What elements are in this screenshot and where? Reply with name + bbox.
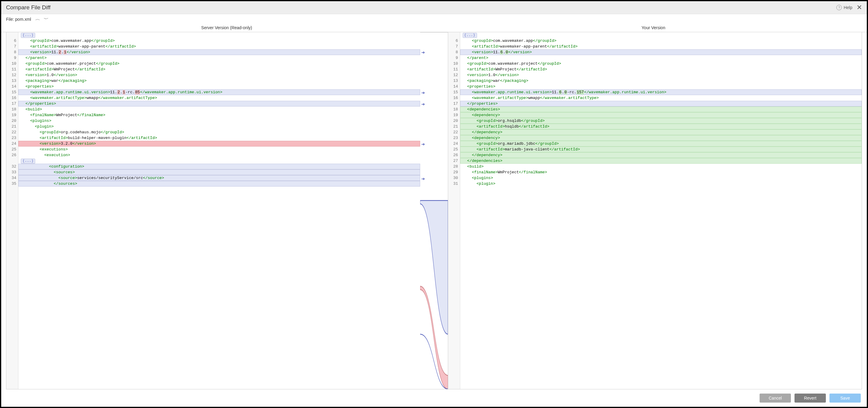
columns-header: Server Version (Read-only) Your Version	[1, 24, 867, 32]
code-line[interactable]: <wavemaker.app.runtime.ui.version>11.2.1…	[19, 89, 420, 95]
code-line[interactable]: <groupId>com.wavemaker.app</groupId>	[460, 38, 862, 44]
code-line[interactable]: <groupId>org.codehaus.mojo</groupId>	[19, 129, 420, 135]
merge-arrow-icon[interactable]: ➔	[421, 176, 425, 181]
code-line[interactable]: <artifactId>WmProject</artifactId>	[19, 67, 420, 72]
code-line[interactable]: <dependency>	[460, 112, 862, 118]
code-line[interactable]: <plugin>	[460, 181, 862, 186]
code-line[interactable]: </dependency>	[460, 129, 862, 135]
code-line[interactable]: (...)	[460, 32, 862, 38]
code-line[interactable]: </parent>	[460, 55, 862, 61]
right-gutter: 6789101112131415161718192021222324252627…	[448, 32, 460, 389]
code-line[interactable]: <groupId>org.mariadb.jdbc</groupId>	[460, 141, 862, 146]
code-line[interactable]: </properties>	[460, 101, 862, 106]
right-pane[interactable]: 6789101112131415161718192021222324252627…	[448, 32, 862, 389]
code-line[interactable]: <plugin>	[19, 124, 420, 129]
fold-badge[interactable]: (...)	[21, 159, 35, 164]
code-line[interactable]: <build>	[460, 164, 862, 169]
code-line[interactable]: (...)	[19, 158, 420, 164]
left-gutter: 6789101112131415161718192021222324252632…	[6, 32, 19, 389]
merge-arrow-icon[interactable]: ➔	[421, 50, 425, 55]
code-line[interactable]: <groupId>com.wavemaker.project</groupId>	[460, 61, 862, 67]
file-label: File: pom.xml	[6, 17, 31, 22]
code-line[interactable]: <execution>	[19, 152, 420, 158]
merge-arrow-icon[interactable]: ➔	[421, 102, 425, 106]
save-button[interactable]: Save	[830, 394, 861, 403]
code-line[interactable]: <groupId>org.hsqldb</groupId>	[460, 118, 862, 124]
code-line[interactable]: <dependencies>	[460, 106, 862, 112]
code-line[interactable]: <artifactId>mariadb-java-client</artifac…	[460, 146, 862, 152]
code-line[interactable]: </sources>	[19, 181, 420, 186]
help-link[interactable]: ? Help	[836, 5, 852, 10]
file-toolbar: File: pom.xml ︿ ﹀	[1, 14, 867, 24]
left-pane[interactable]: 6789101112131415161718192021222324252632…	[6, 32, 420, 389]
code-line[interactable]: (...)	[19, 32, 420, 38]
code-line[interactable]: </parent>	[19, 55, 420, 61]
next-change-icon[interactable]: ﹀	[44, 16, 49, 22]
code-line[interactable]: <sources>	[19, 169, 420, 175]
code-line[interactable]: <artifactId>hsqldb</artifactId>	[460, 124, 862, 129]
code-line[interactable]: <groupId>com.wavemaker.project</groupId>	[19, 61, 420, 67]
code-line[interactable]: <version>11.2.1</version>	[19, 49, 420, 55]
code-line[interactable]: </properties>	[19, 101, 420, 106]
code-line[interactable]: <wavemaker.app.runtime.ui.version>11.6.0…	[460, 89, 862, 95]
code-line[interactable]: <source>services/securityService/src</so…	[19, 175, 420, 181]
code-line[interactable]: <wavemaker.artifactType>wmapp</wavemaker…	[460, 95, 862, 101]
code-line[interactable]: <packaging>war</packaging>	[460, 78, 862, 83]
code-line[interactable]: <dependency>	[460, 135, 862, 141]
merge-arrow-icon[interactable]: ➔	[421, 90, 425, 95]
code-line[interactable]: <artifactId>wavemaker-app-parent</artifa…	[19, 44, 420, 49]
revert-button[interactable]: Revert	[795, 394, 826, 403]
help-icon: ?	[836, 5, 842, 10]
help-label: Help	[844, 5, 852, 10]
code-line[interactable]: <version>1.0</version>	[19, 72, 420, 78]
code-line[interactable]: <properties>	[19, 83, 420, 89]
code-line[interactable]: <version>3.2.0</version>	[19, 141, 420, 146]
left-code[interactable]: (...) <groupId>com.wavemaker.app</groupI…	[19, 32, 420, 389]
code-line[interactable]: <packaging>war</packaging>	[19, 78, 420, 83]
fold-badge[interactable]: (...)	[21, 33, 35, 38]
code-line[interactable]: <executions>	[19, 146, 420, 152]
prev-change-icon[interactable]: ︿	[35, 16, 40, 22]
diff-container: 6789101112131415161718192021222324252632…	[1, 32, 867, 389]
code-line[interactable]: <finalName>WmProject</finalName>	[19, 112, 420, 118]
code-line[interactable]: <build>	[19, 106, 420, 112]
code-line[interactable]: </dependencies>	[460, 158, 862, 164]
code-line[interactable]: <plugins>	[19, 118, 420, 124]
code-line[interactable]: <wavemaker.artifactType>wmapp</wavemaker…	[19, 95, 420, 101]
code-line[interactable]: <version>1.0</version>	[460, 72, 862, 78]
code-line[interactable]: <artifactId>build-helper-maven-plugin</a…	[19, 135, 420, 141]
code-line[interactable]: <artifactId>WmProject</artifactId>	[460, 67, 862, 72]
dialog-title: Compare File Diff	[6, 4, 50, 11]
code-line[interactable]: <groupId>com.wavemaker.app</groupId>	[19, 38, 420, 44]
right-column-title: Your Version	[440, 25, 867, 30]
dialog-header: Compare File Diff ? Help ✕	[1, 1, 867, 14]
code-line[interactable]: <finalName>WmProject</finalName>	[460, 169, 862, 175]
left-column-title: Server Version (Read-only)	[1, 25, 440, 30]
dialog-footer: Cancel Revert Save	[1, 389, 867, 407]
code-line[interactable]: <artifactId>wavemaker-app-parent</artifa…	[460, 44, 862, 49]
close-icon[interactable]: ✕	[857, 4, 862, 11]
code-line[interactable]: <configuration>	[19, 164, 420, 169]
cancel-button[interactable]: Cancel	[760, 394, 791, 403]
fold-badge[interactable]: (...)	[463, 33, 477, 38]
code-line[interactable]: <plugins>	[460, 175, 862, 181]
merge-arrow-icon[interactable]: ➔	[421, 142, 425, 146]
diff-connector: ➔ ➔ ➔ ➔ ➔	[420, 32, 448, 389]
code-line[interactable]: <properties>	[460, 83, 862, 89]
right-code[interactable]: (...) <groupId>com.wavemaker.app</groupI…	[460, 32, 862, 389]
code-line[interactable]: </dependency>	[460, 152, 862, 158]
code-line[interactable]: <version>11.6.0</version>	[460, 49, 862, 55]
